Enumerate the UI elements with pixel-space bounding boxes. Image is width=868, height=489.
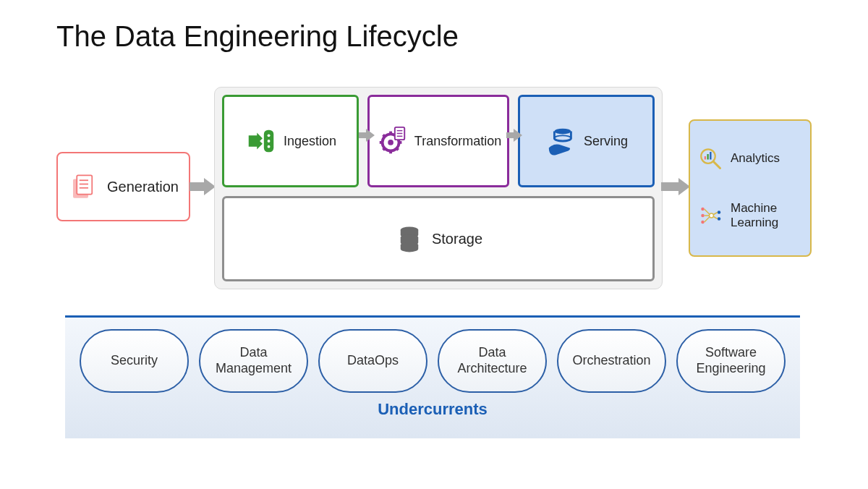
stage-serving-label: Serving: [584, 134, 628, 149]
svg-point-23: [554, 129, 571, 135]
pill-dataops: DataOps: [318, 329, 427, 393]
pill-data-management: Data Management: [199, 329, 308, 393]
svg-point-33: [701, 208, 705, 211]
core-stages-row: Ingestion Transformation Serving: [222, 95, 655, 187]
arrow-gen-to-core: [190, 178, 216, 195]
pill-orchestration: Orchestration: [557, 329, 666, 393]
serve-icon: [545, 124, 578, 158]
ingestion-icon: [244, 124, 278, 158]
magnifier-chart-icon: [697, 145, 723, 171]
svg-line-39: [705, 209, 710, 215]
stage-storage-label: Storage: [432, 231, 482, 247]
diagram-title: The Data Engineering Lifecycle: [56, 20, 459, 53]
output-ml: Machine Learning: [697, 201, 803, 231]
stage-transformation: Transformation: [367, 95, 509, 187]
undercurrents-pills: Security Data Management DataOps Data Ar…: [80, 329, 786, 393]
undercurrents-label: Undercurrents: [378, 400, 488, 419]
pill-software-engineering: Software Engineering: [676, 329, 786, 393]
output-analytics-label: Analytics: [731, 151, 780, 166]
svg-line-15: [383, 135, 385, 137]
svg-rect-31: [707, 154, 709, 160]
undercurrents-panel: Security Data Management DataOps Data Ar…: [65, 315, 800, 438]
outputs-box: Analytics Machine Learning: [689, 119, 812, 257]
output-ml-label: Machine Learning: [731, 201, 803, 231]
svg-point-38: [718, 218, 721, 221]
arrow-ingestion-to-transformation: [359, 129, 375, 142]
svg-point-35: [701, 221, 705, 224]
svg-point-8: [268, 145, 271, 148]
pill-security: Security: [80, 329, 189, 393]
svg-rect-30: [705, 156, 706, 160]
ml-network-icon: [697, 203, 723, 229]
stage-storage: Storage: [222, 196, 655, 281]
arrow-transformation-to-serving: [506, 129, 522, 142]
arrow-core-to-output: [661, 178, 690, 195]
stage-transformation-label: Transformation: [414, 134, 501, 149]
svg-point-34: [701, 214, 705, 218]
svg-point-10: [388, 140, 393, 145]
generation-label: Generation: [107, 179, 179, 195]
document-icon: [68, 171, 98, 202]
output-analytics: Analytics: [697, 145, 803, 171]
pill-data-architecture: Data Architecture: [438, 329, 547, 393]
stage-serving: Serving: [518, 95, 655, 187]
gear-icon: [375, 124, 409, 158]
svg-line-29: [714, 162, 720, 169]
database-icon: [394, 224, 425, 254]
svg-line-42: [714, 213, 718, 215]
svg-point-37: [718, 211, 721, 215]
stage-ingestion-label: Ingestion: [284, 134, 336, 149]
svg-point-6: [268, 134, 271, 137]
generation-box: Generation: [56, 152, 190, 221]
svg-line-17: [383, 148, 385, 150]
svg-line-43: [714, 217, 718, 219]
svg-point-7: [268, 140, 271, 143]
svg-line-41: [705, 217, 710, 223]
svg-rect-32: [710, 152, 711, 160]
svg-line-16: [396, 148, 399, 150]
core-lifecycle-container: Ingestion Transformation Serving Storage: [214, 87, 663, 289]
stage-ingestion: Ingestion: [222, 95, 359, 187]
